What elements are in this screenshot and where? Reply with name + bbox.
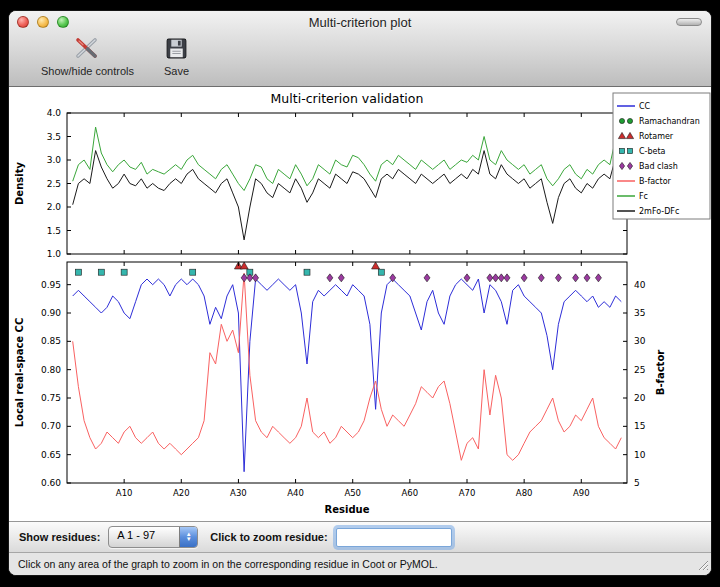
svg-text:B-factor: B-factor bbox=[655, 350, 666, 395]
floppy-disk-icon bbox=[164, 36, 189, 65]
svg-text:A90: A90 bbox=[573, 488, 590, 498]
svg-text:35: 35 bbox=[634, 308, 645, 318]
resize-grip[interactable] bbox=[696, 558, 709, 573]
svg-text:0.90: 0.90 bbox=[41, 308, 61, 318]
svg-text:0.65: 0.65 bbox=[41, 450, 61, 460]
save-label: Save bbox=[164, 65, 189, 77]
svg-text:Multi-criterion validation: Multi-criterion validation bbox=[271, 91, 424, 106]
svg-text:Density: Density bbox=[14, 162, 25, 205]
plot-legend: CCRamachandranRotamerC-betaBad clashB-fa… bbox=[613, 93, 710, 219]
show-hide-controls-label: Show/hide controls bbox=[41, 65, 134, 77]
svg-text:1.5: 1.5 bbox=[47, 226, 61, 236]
multi-criterion-plot-canvas[interactable]: Multi-criterion validation1.01.52.02.53.… bbox=[9, 87, 711, 521]
svg-text:C-beta: C-beta bbox=[639, 147, 666, 156]
density-plot: 1.01.52.02.53.03.54.0Density bbox=[14, 108, 627, 259]
svg-text:0.60: 0.60 bbox=[41, 478, 61, 488]
svg-text:20: 20 bbox=[634, 393, 646, 403]
minimize-button[interactable] bbox=[37, 16, 49, 28]
save-button[interactable]: Save bbox=[164, 36, 189, 77]
svg-text:Rotamer: Rotamer bbox=[639, 132, 674, 141]
svg-text:3.5: 3.5 bbox=[47, 132, 61, 142]
traffic-lights bbox=[17, 16, 69, 28]
titlebar[interactable]: Multi-criterion plot bbox=[9, 11, 711, 33]
svg-text:A20: A20 bbox=[173, 488, 190, 498]
svg-text:10: 10 bbox=[634, 450, 646, 460]
zoom-residue-label: Click to zoom residue: bbox=[210, 531, 327, 543]
svg-text:Local real-space CC: Local real-space CC bbox=[14, 318, 25, 428]
svg-text:Fc: Fc bbox=[639, 192, 648, 201]
svg-text:0.80: 0.80 bbox=[41, 365, 61, 375]
svg-text:0.95: 0.95 bbox=[41, 280, 61, 290]
desktop-background: { "window": { "title": "Multi-criterion … bbox=[0, 0, 720, 587]
svg-text:5: 5 bbox=[634, 478, 640, 488]
svg-text:A30: A30 bbox=[230, 488, 247, 498]
cc-bfactor-plot: 0.600.650.700.750.800.850.900.9551015202… bbox=[14, 262, 666, 515]
show-residues-label: Show residues: bbox=[19, 531, 100, 543]
svg-text:Ramachandran: Ramachandran bbox=[639, 117, 700, 126]
svg-text:A60: A60 bbox=[402, 488, 419, 498]
residue-range-value: A 1 - 97 bbox=[109, 527, 179, 547]
svg-text:0.70: 0.70 bbox=[41, 421, 61, 431]
svg-text:15: 15 bbox=[634, 421, 645, 431]
window-title: Multi-criterion plot bbox=[9, 15, 711, 30]
svg-text:A50: A50 bbox=[344, 488, 361, 498]
zoom-button[interactable] bbox=[57, 16, 69, 28]
plot-area: Multi-criterion validation1.01.52.02.53.… bbox=[9, 87, 711, 521]
svg-text:2.0: 2.0 bbox=[47, 202, 62, 212]
svg-text:CC: CC bbox=[639, 102, 651, 111]
close-button[interactable] bbox=[17, 16, 29, 28]
svg-text:30: 30 bbox=[634, 336, 646, 346]
svg-text:B-factor: B-factor bbox=[639, 177, 672, 186]
toolbar-toggle-button[interactable] bbox=[676, 18, 702, 26]
toolbar: Show/hide controls Save bbox=[9, 33, 711, 86]
svg-text:4.0: 4.0 bbox=[47, 108, 62, 118]
svg-text:1.0: 1.0 bbox=[47, 249, 62, 259]
svg-text:40: 40 bbox=[634, 280, 646, 290]
bottom-controls: Show residues: A 1 - 97 ▲▼ Click to zoom… bbox=[9, 521, 711, 552]
crossed-tools-icon bbox=[74, 36, 100, 65]
svg-text:Bad clash: Bad clash bbox=[639, 162, 678, 171]
svg-text:A10: A10 bbox=[116, 488, 133, 498]
multi-criterion-plot-window: Multi-criterion plot Show/hide controls bbox=[8, 10, 712, 576]
residue-range-select[interactable]: A 1 - 97 ▲▼ bbox=[108, 526, 198, 548]
status-bar: Click on any area of the graph to zoom i… bbox=[9, 552, 711, 575]
svg-text:A40: A40 bbox=[287, 488, 304, 498]
window-chrome: Multi-criterion plot Show/hide controls bbox=[9, 11, 711, 87]
svg-text:Residue: Residue bbox=[325, 504, 370, 515]
svg-text:0.85: 0.85 bbox=[41, 336, 61, 346]
popup-stepper-icon: ▲▼ bbox=[179, 527, 197, 547]
svg-text:A80: A80 bbox=[516, 488, 533, 498]
svg-text:A70: A70 bbox=[459, 488, 476, 498]
svg-text:2.5: 2.5 bbox=[47, 179, 61, 189]
zoom-residue-input[interactable] bbox=[336, 528, 452, 547]
status-text: Click on any area of the graph to zoom i… bbox=[18, 558, 438, 570]
svg-text:2mFo-DFc: 2mFo-DFc bbox=[639, 207, 679, 216]
svg-text:25: 25 bbox=[634, 365, 645, 375]
show-hide-controls-button[interactable]: Show/hide controls bbox=[41, 36, 134, 77]
svg-text:0.75: 0.75 bbox=[41, 393, 61, 403]
svg-text:3.0: 3.0 bbox=[47, 155, 62, 165]
